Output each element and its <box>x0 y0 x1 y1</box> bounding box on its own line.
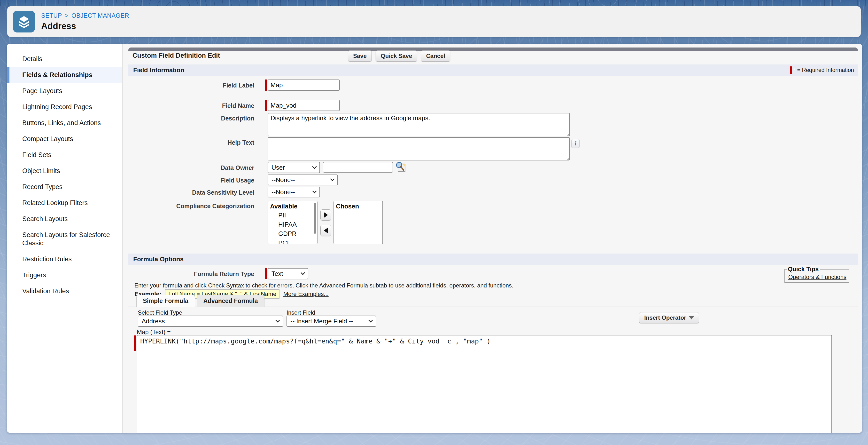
breadcrumb-setup-link[interactable]: SETUP <box>41 12 62 19</box>
field-label-input[interactable] <box>268 80 340 91</box>
field-information-title: Field Information <box>133 66 184 74</box>
chevron-down-icon <box>368 318 373 322</box>
quick-save-button[interactable]: Quick Save <box>376 51 417 62</box>
formula-tabs: Simple Formula Advanced Formula <box>136 295 265 307</box>
sidebar-item-object-limits[interactable]: Object Limits <box>7 163 122 179</box>
available-option-hipaa[interactable]: HIPAA <box>268 220 317 229</box>
data-sensitivity-level-select[interactable]: --None-- <box>268 187 320 197</box>
sidebar-item-compact-layouts[interactable]: Compact Layouts <box>7 131 122 147</box>
sidebar-item-buttons-links-actions[interactable]: Buttons, Links, and Actions <box>7 115 122 131</box>
move-to-available-button[interactable] <box>320 225 331 236</box>
compliance-available-listbox[interactable]: Available PII HIPAA GDPR PCI <box>268 201 317 244</box>
more-examples-link[interactable]: More Examples... <box>283 291 329 297</box>
required-red-bar-icon <box>790 66 792 74</box>
required-indicator <box>134 335 135 351</box>
sidebar-item-restriction-rules[interactable]: Restriction Rules <box>7 251 122 267</box>
description-label: Description <box>123 115 254 122</box>
sidebar-item-search-layouts[interactable]: Search Layouts <box>7 211 122 227</box>
field-usage-select[interactable]: --None-- <box>268 175 338 185</box>
operators-functions-link[interactable]: Operators & Functions <box>788 274 846 280</box>
available-option-pii[interactable]: PII <box>268 211 317 220</box>
object-manager-sidebar: Details Fields & Relationships Page Layo… <box>7 43 123 433</box>
quick-tips-title: Quick Tips <box>787 266 820 273</box>
insert-field-select[interactable]: -- Insert Merge Field -- <box>286 316 376 327</box>
data-owner-lookup-input[interactable] <box>323 162 393 173</box>
formula-options-section-header: Formula Options <box>128 254 858 265</box>
listbox-scrollbar[interactable] <box>314 203 316 234</box>
move-to-chosen-button[interactable] <box>320 209 331 220</box>
insert-operator-button[interactable]: Insert Operator <box>639 312 699 323</box>
insert-operator-label: Insert Operator <box>644 314 686 321</box>
cancel-button[interactable]: Cancel <box>421 51 450 62</box>
tab-simple-formula[interactable]: Simple Formula <box>136 295 195 307</box>
arrow-right-icon <box>324 212 328 218</box>
insert-field-value: -- Insert Merge Field -- <box>290 318 353 325</box>
field-usage-value: --None-- <box>272 176 295 184</box>
available-header: Available <box>268 201 317 211</box>
description-textarea[interactable]: Displays a hyperlink to view the address… <box>268 113 570 136</box>
sidebar-item-fields-relationships[interactable]: Fields & Relationships <box>7 67 122 83</box>
breadcrumb-object-manager-link[interactable]: OBJECT MANAGER <box>71 12 129 19</box>
available-option-pci[interactable]: PCI <box>268 238 317 244</box>
required-indicator <box>265 100 267 111</box>
formula-textarea[interactable]: HYPERLINK("http://maps.google.com/maps?f… <box>137 335 832 433</box>
chevron-down-icon <box>312 189 316 193</box>
formula-return-type-value: Text <box>272 270 283 277</box>
sidebar-item-lightning-record-pages[interactable]: Lightning Record Pages <box>7 99 122 115</box>
sidebar-item-details[interactable]: Details <box>7 51 122 67</box>
select-field-type-select[interactable]: Address <box>138 316 283 327</box>
save-button[interactable]: Save <box>348 51 372 62</box>
formula-options-title: Formula Options <box>133 256 184 263</box>
sidebar-item-validation-rules[interactable]: Validation Rules <box>7 283 122 299</box>
sidebar-item-search-layouts-classic[interactable]: Search Layouts for Salesforce Classic <box>7 227 122 251</box>
breadcrumb: SETUP > OBJECT MANAGER <box>41 12 129 19</box>
chevron-down-icon <box>330 177 335 181</box>
field-edit-content: Custom Field Definition Edit Save Quick … <box>123 43 862 433</box>
select-field-type-label: Select Field Type <box>138 309 182 316</box>
help-text-textarea[interactable] <box>268 137 570 160</box>
setup-header: SETUP > OBJECT MANAGER Address <box>7 6 861 37</box>
data-sensitivity-level-label: Data Sensitivity Level <box>123 189 254 196</box>
available-option-gdpr[interactable]: GDPR <box>268 229 317 238</box>
chevron-down-icon <box>312 164 316 169</box>
sidebar-item-record-types[interactable]: Record Types <box>7 179 122 195</box>
required-legend-text: = Required Information <box>797 67 854 73</box>
help-text-label: Help Text <box>123 139 254 146</box>
required-indicator <box>265 268 267 279</box>
chevron-down-icon <box>275 318 280 322</box>
help-text-info-icon[interactable]: i <box>571 139 580 148</box>
data-owner-type-select[interactable]: User <box>268 162 320 173</box>
field-name-label: Field Name <box>123 102 254 109</box>
block-title: Custom Field Definition Edit <box>132 52 220 59</box>
quick-tips-box: Quick Tips Operators & Functions <box>784 266 849 283</box>
field-usage-label: Field Usage <box>123 177 254 184</box>
compliance-chosen-listbox[interactable]: Chosen <box>334 201 383 244</box>
formula-return-type-select[interactable]: Text <box>268 268 308 279</box>
caret-down-icon <box>689 316 694 320</box>
chosen-header: Chosen <box>334 201 382 211</box>
formula-return-type-label: Formula Return Type <box>123 270 254 277</box>
sidebar-item-field-sets[interactable]: Field Sets <box>7 147 122 163</box>
formula-field-label: Map (Text) = <box>137 329 171 336</box>
object-layers-icon <box>13 11 35 32</box>
page-block-top-border <box>128 48 858 51</box>
field-label-label: Field Label <box>123 82 254 89</box>
page-title: Address <box>41 21 129 31</box>
field-name-input[interactable] <box>268 100 340 111</box>
chevron-down-icon <box>301 270 305 275</box>
lookup-magnifier-icon[interactable] <box>396 161 406 173</box>
page-background-top-band <box>0 0 868 6</box>
field-information-section-header: Field Information * = Required Informati… <box>128 64 858 76</box>
required-asterisk: * <box>794 67 796 73</box>
formula-instructions: Enter your formula and click Check Synta… <box>134 282 514 289</box>
arrow-left-icon <box>324 228 328 233</box>
tab-advanced-formula[interactable]: Advanced Formula <box>197 295 265 307</box>
sidebar-item-triggers[interactable]: Triggers <box>7 267 122 283</box>
data-owner-type-value: User <box>272 164 285 171</box>
data-sensitivity-level-value: --None-- <box>272 188 295 196</box>
data-owner-label: Data Owner <box>123 164 254 171</box>
sidebar-item-page-layouts[interactable]: Page Layouts <box>7 83 122 99</box>
sidebar-item-related-lookup-filters[interactable]: Related Lookup Filters <box>7 195 122 211</box>
main-card: Details Fields & Relationships Page Layo… <box>7 43 862 433</box>
required-information-legend: * = Required Information <box>790 66 854 74</box>
